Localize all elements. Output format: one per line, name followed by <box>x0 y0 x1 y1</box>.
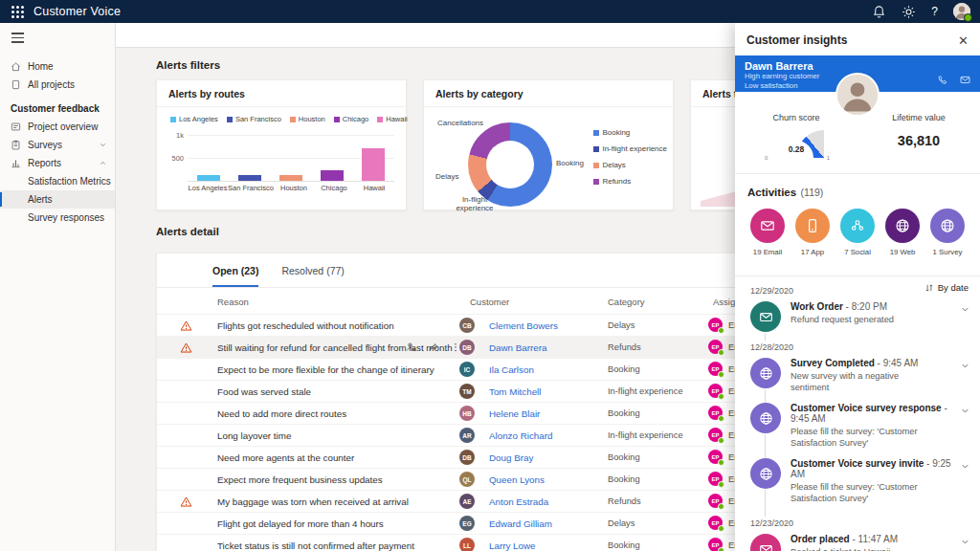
customer-avatar: LL <box>459 538 475 551</box>
category-cell: Refunds <box>608 496 641 506</box>
sidebar-item-label: Reports <box>28 158 61 168</box>
category-cell: Booking <box>608 364 640 374</box>
customer-name-link[interactable]: Helene Blair <box>489 408 540 419</box>
customer-name-link[interactable]: Dawn Barrera <box>489 342 546 353</box>
sidebar-item-satisfaction-metrics[interactable]: Satisfaction Metrics <box>0 172 115 190</box>
bar-column <box>229 135 270 181</box>
warning-icon <box>180 496 192 508</box>
globe-icon <box>750 358 781 388</box>
sidebar-item-label: Surveys <box>28 140 62 150</box>
timeline-date: 12/23/2020 <box>750 518 980 528</box>
legend-item: In-flight experience <box>593 144 667 153</box>
sidebar-item-label: Home <box>28 61 54 72</box>
customer-name-link[interactable]: Larry Lowe <box>489 540 535 551</box>
sidebar-item-home[interactable]: Home <box>0 57 115 76</box>
sidebar-item-alerts[interactable]: Alerts <box>0 190 115 209</box>
doc-icon <box>11 79 21 90</box>
reason-cell: Food was served stale <box>217 386 311 397</box>
sort-by-date-control[interactable]: By date <box>924 282 969 293</box>
settings-gear-icon[interactable] <box>902 5 916 19</box>
chevron-down-icon[interactable] <box>960 461 970 472</box>
x-axis-label: Hawaii <box>354 184 394 192</box>
timeline-entry-desc: Booked a ticket to Hawaii <box>791 546 934 551</box>
tab-open-23-[interactable]: Open (23) <box>212 265 258 287</box>
customer-avatar: AR <box>459 428 475 443</box>
category-cell: Booking <box>608 452 640 462</box>
customer-name-link[interactable]: Clement Bowers <box>489 320 558 331</box>
card-alerts-by-category: Alerts by category Booking In-flight exp… <box>423 79 674 210</box>
user-avatar[interactable] <box>953 3 970 20</box>
globe-icon <box>750 403 781 433</box>
close-icon[interactable]: ✕ <box>958 34 969 47</box>
customer-name-link[interactable]: Edward Gilliam <box>489 518 552 529</box>
assign-person-icon[interactable] <box>406 342 417 353</box>
assignee-avatar: EP <box>708 494 723 508</box>
sidebar-item-label: Project overview <box>28 121 98 132</box>
activities-count: (119) <box>801 187 824 198</box>
bar-column <box>312 135 353 181</box>
gauge-min: 0 <box>765 155 768 161</box>
tab-resolved-77-[interactable]: Resolved (77) <box>281 265 344 287</box>
bar <box>197 175 220 181</box>
activity-19-email[interactable]: 19 Email <box>747 209 788 256</box>
timeline-entry-desc: Please fill the survey: 'Customer Satisf… <box>791 426 934 449</box>
timeline-entry[interactable]: Survey Completed - 9:45 AM New survey wi… <box>735 357 980 402</box>
slice-label: Cancellations <box>437 119 483 127</box>
email-envelope-icon[interactable] <box>960 75 970 85</box>
chevron-up-icon <box>99 159 107 167</box>
customer-avatar: DB <box>459 340 475 355</box>
customer-name-link[interactable]: Queen Lyons <box>489 474 545 485</box>
chevron-down-icon[interactable] <box>960 304 970 315</box>
activities-section: Activities (119) 19 Email 17 App 7 Socia… <box>735 174 980 263</box>
call-phone-icon[interactable] <box>937 75 947 85</box>
customer-avatar: DB <box>459 450 475 465</box>
customer-name-link[interactable]: Doug Bray <box>489 452 533 463</box>
activity-7-social[interactable]: 7 Social <box>837 209 878 256</box>
customer-name-link[interactable]: Alonzo Richard <box>489 430 552 441</box>
globe-icon <box>750 458 781 489</box>
notifications-bell-icon[interactable] <box>872 5 886 19</box>
customer-avatar: TM <box>459 384 475 399</box>
sidebar-item-all-projects[interactable]: All projects <box>0 76 115 94</box>
timeline-entry[interactable]: Work Order - 8:20 PM Refund request gene… <box>735 300 980 337</box>
app-launcher-waffle-icon[interactable] <box>11 6 24 18</box>
timeline-entry[interactable]: Customer Voice survey response - 9:45 AM… <box>735 402 980 457</box>
help-icon[interactable]: ? <box>931 5 938 18</box>
sidebar-item-survey-responses[interactable]: Survey responses <box>0 209 115 227</box>
chevron-down-icon[interactable] <box>960 361 970 371</box>
reason-cell: Ticket status is still not confirmed aft… <box>217 540 414 551</box>
activity-label: 19 Web <box>882 248 923 256</box>
chevron-down-icon[interactable] <box>960 537 970 547</box>
globe-icon <box>940 218 955 233</box>
bar <box>279 175 302 181</box>
sidebar-item-label: Alerts <box>28 194 53 205</box>
chevron-down-icon <box>99 141 107 149</box>
timeline-entry-title: Work Order - 8:20 PM <box>791 301 957 312</box>
column-category: Category <box>608 297 645 307</box>
sidebar-item-label: All projects <box>28 79 75 90</box>
customer-name-link[interactable]: Tom Mitchell <box>489 386 541 397</box>
category-cell: In-flight experience <box>608 386 683 396</box>
customer-name-link[interactable]: Ila Carlson <box>489 364 534 375</box>
hamburger-menu-icon[interactable] <box>0 23 115 57</box>
sidebar-item-reports[interactable]: Reports <box>0 154 115 172</box>
assignee-avatar: EP <box>708 318 723 332</box>
chevron-down-icon[interactable] <box>960 406 970 416</box>
category-cell: Booking <box>608 540 640 550</box>
assignee-avatar: EP <box>708 340 723 354</box>
sidebar-item-surveys[interactable]: Surveys <box>0 136 115 154</box>
chart-title: Alerts by routes <box>157 80 406 107</box>
timeline-entry[interactable]: Order placed - 11:47 AM Booked a ticket … <box>735 533 980 551</box>
slice-label: Delays <box>435 172 458 181</box>
timeline-entry[interactable]: Customer Voice survey invite - 9:25 AM P… <box>735 457 980 513</box>
sidebar-item-project-overview[interactable]: Project overview <box>0 118 115 136</box>
assignee-avatar: EP <box>708 362 723 376</box>
activity-19-web[interactable]: 19 Web <box>882 209 923 256</box>
activity-17-app[interactable]: 17 App <box>792 209 833 256</box>
legend-item: Delays <box>593 161 667 169</box>
reason-cell: Flights got rescheduled without notifica… <box>217 320 394 331</box>
customer-name-link[interactable]: Anton Estrada <box>489 496 548 507</box>
share-icon[interactable] <box>428 342 439 353</box>
activity-1-survey[interactable]: 1 Survey <box>927 209 968 256</box>
churn-value: 0.28 <box>767 144 826 154</box>
